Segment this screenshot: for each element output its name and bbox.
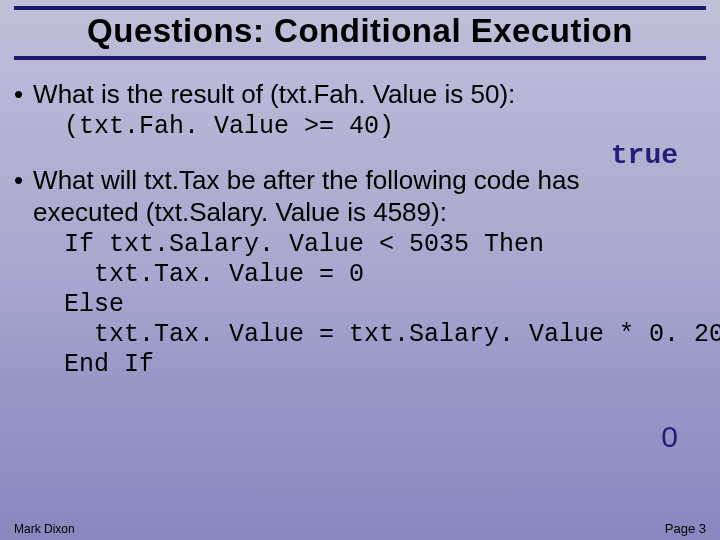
q2-line1: What will txt.Tax be after the following… [33, 165, 579, 195]
q1-text: What is the result of (txt.Fah. Value is… [33, 78, 515, 110]
q2-line2: executed (txt.Salary. Value is 4589): [33, 197, 447, 227]
q1-code: (txt.Fah. Value >= 40) [64, 112, 706, 142]
bullet-dot: • [14, 78, 23, 110]
content-area: • What is the result of (txt.Fah. Value … [0, 60, 720, 380]
footer-page: Page 3 [665, 521, 706, 536]
title-bar: Questions: Conditional Execution [14, 6, 706, 60]
bullet-dot: • [14, 164, 23, 196]
slide-title: Questions: Conditional Execution [14, 12, 706, 50]
footer-author: Mark Dixon [14, 522, 75, 536]
bullet-q1: • What is the result of (txt.Fah. Value … [14, 78, 706, 110]
slide: Questions: Conditional Execution • What … [0, 6, 720, 540]
bullet-q2: • What will txt.Tax be after the followi… [14, 164, 706, 228]
q2-answer: 0 [661, 420, 678, 454]
q1-answer: true [611, 140, 678, 171]
q2-code: If txt.Salary. Value < 5035 Then txt.Tax… [64, 230, 706, 380]
q2-text: What will txt.Tax be after the following… [33, 164, 579, 228]
